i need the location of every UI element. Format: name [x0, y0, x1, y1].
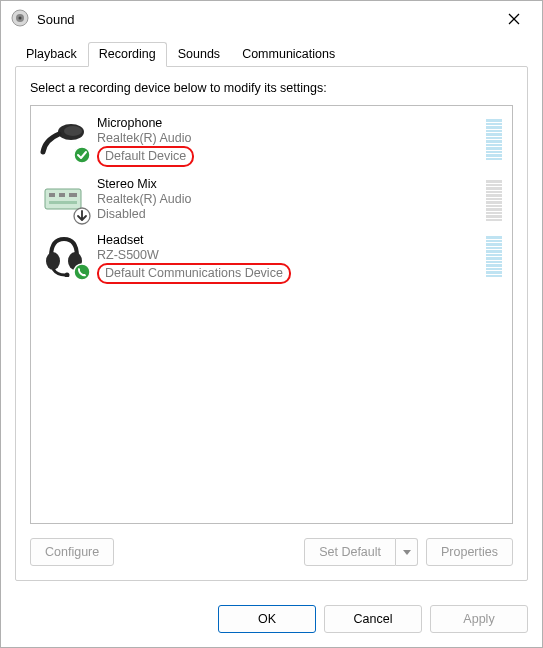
level-meter — [486, 177, 502, 221]
cancel-button[interactable]: Cancel — [324, 605, 422, 633]
svg-point-14 — [46, 252, 60, 270]
svg-point-17 — [74, 264, 90, 280]
device-icon-headset — [39, 231, 89, 279]
svg-rect-12 — [49, 201, 77, 204]
device-vendor: RZ-S500W — [97, 248, 478, 262]
window-title: Sound — [37, 12, 75, 27]
panel-instruction: Select a recording device below to modif… — [30, 81, 513, 95]
phone-badge-icon — [73, 263, 91, 281]
device-status: Disabled — [97, 207, 478, 221]
svg-point-6 — [64, 126, 82, 136]
device-row[interactable]: Headset RZ-S500W Default Communications … — [31, 227, 512, 288]
svg-rect-8 — [45, 189, 81, 209]
tab-recording[interactable]: Recording — [88, 42, 167, 67]
apply-button[interactable]: Apply — [430, 605, 528, 633]
titlebar: Sound — [1, 1, 542, 37]
down-arrow-badge-icon — [73, 207, 91, 225]
svg-rect-10 — [59, 193, 65, 197]
panel-button-row: Configure Set Default Properties — [30, 538, 513, 566]
device-name: Headset — [97, 233, 478, 247]
set-default-dropdown[interactable] — [396, 538, 418, 566]
svg-point-16 — [65, 273, 70, 278]
properties-button[interactable]: Properties — [426, 538, 513, 566]
device-name: Stereo Mix — [97, 177, 478, 191]
device-vendor: Realtek(R) Audio — [97, 192, 478, 206]
device-status: Default Device — [97, 146, 194, 167]
svg-point-2 — [19, 16, 22, 19]
device-vendor: Realtek(R) Audio — [97, 131, 478, 145]
dialog-footer: OK Cancel Apply — [1, 593, 542, 647]
tab-playback[interactable]: Playback — [15, 42, 88, 67]
device-list[interactable]: Microphone Realtek(R) Audio Default Devi… — [30, 105, 513, 524]
chevron-down-icon — [403, 550, 411, 555]
device-row[interactable]: Stereo Mix Realtek(R) Audio Disabled — [31, 171, 512, 227]
tab-communications[interactable]: Communications — [231, 42, 346, 67]
speaker-icon — [11, 9, 29, 30]
close-button[interactable] — [494, 5, 534, 33]
check-badge-icon — [73, 146, 91, 164]
device-icon-stereo-mix — [39, 175, 89, 223]
configure-button[interactable]: Configure — [30, 538, 114, 566]
device-row[interactable]: Microphone Realtek(R) Audio Default Devi… — [31, 110, 512, 171]
device-icon-microphone — [39, 114, 89, 162]
ok-button[interactable]: OK — [218, 605, 316, 633]
level-meter — [486, 116, 502, 160]
svg-rect-11 — [69, 193, 77, 197]
sound-dialog: Sound Playback Recording Sounds Communic… — [0, 0, 543, 648]
close-icon — [508, 13, 520, 25]
device-status: Default Communications Device — [97, 263, 291, 284]
svg-point-7 — [74, 147, 90, 163]
tab-strip: Playback Recording Sounds Communications — [15, 41, 528, 66]
recording-panel: Select a recording device below to modif… — [15, 66, 528, 581]
tab-sounds[interactable]: Sounds — [167, 42, 231, 67]
svg-rect-9 — [49, 193, 55, 197]
set-default-button[interactable]: Set Default — [304, 538, 396, 566]
level-meter — [486, 233, 502, 277]
device-name: Microphone — [97, 116, 478, 130]
